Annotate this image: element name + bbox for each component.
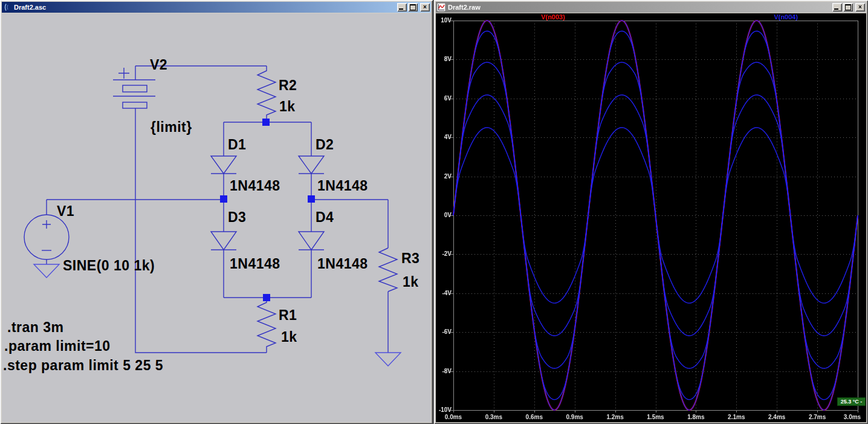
label-r2-value[interactable]: 1k [279,99,296,115]
y-tick-label: 4V [436,134,452,140]
label-d4-model[interactable]: 1N4148 [317,256,368,272]
close-icon: × [858,4,862,11]
x-tick-label: 2.1ms [724,414,749,420]
label-r3-value[interactable]: 1k [403,274,419,290]
label-v2[interactable]: V2 [150,57,167,73]
maximize-icon [845,4,851,10]
x-tick-label: 0.0ms [441,414,466,420]
label-d2-model[interactable]: 1N4148 [317,178,368,194]
spice-directive-param[interactable]: .param limit=10 [4,338,111,354]
waveform-canvas[interactable] [436,13,866,422]
y-tick-label: 10V [436,17,452,24]
waveform-pane: V(n003) V(n004) 10V8V6V4V2V0V-2V-4V-6V-8… [436,13,866,422]
x-tick-label: 0.3ms [481,414,507,420]
x-tick-label: 1.2ms [603,414,628,420]
temperature-overlay-badge: 25.3 °C - [837,397,866,406]
y-tick-label: -10V [436,406,452,413]
x-tick-label: 0.6ms [522,414,547,420]
minimize-button[interactable] [832,3,842,11]
window-title: Draft2.raw [448,4,831,11]
label-d3[interactable]: D3 [228,209,246,226]
y-tick-label: -8V [436,368,452,374]
close-button[interactable]: × [420,3,430,11]
window-waveform: Draft2.raw × V(n003) V(n004) 10V8V6V4V2V… [434,0,868,424]
label-d1-model[interactable]: 1N4148 [230,178,280,194]
minimize-button[interactable] [397,3,407,11]
spice-directive-step[interactable]: .step param limit 5 25 5 [3,357,163,374]
maximize-button[interactable] [843,3,853,11]
label-d2[interactable]: D2 [316,137,334,153]
waveform-titlebar[interactable]: Draft2.raw × [436,2,866,13]
close-button[interactable]: × [855,3,865,11]
spice-directive-tran[interactable]: .tran 3m [7,319,63,336]
label-d1[interactable]: D1 [228,137,246,153]
y-tick-label: 0V [436,212,452,218]
label-r1[interactable]: R1 [279,307,297,324]
label-v2-value[interactable]: {limit} [151,119,192,135]
label-d3-model[interactable]: 1N4148 [230,256,280,272]
schematic-app-icon [3,3,11,11]
maximize-icon [410,4,416,10]
ltspice-desktop: { "left_window": { "title": "Draft2.asc"… [0,0,868,424]
schematic-titlebar[interactable]: Draft2.asc × [2,2,431,13]
y-tick-label: 2V [436,173,452,180]
x-tick-label: 0.9ms [562,414,588,420]
legend-vn004[interactable]: V(n004) [753,13,819,21]
x-tick-label: 3.0ms [840,414,865,420]
label-v1-value[interactable]: SINE(0 10 1k) [63,258,155,274]
y-tick-label: 6V [436,95,452,102]
close-icon: × [423,4,427,11]
y-tick-label: -6V [436,328,452,335]
label-d4[interactable]: D4 [316,209,334,226]
minimize-icon [834,8,838,10]
maximize-button[interactable] [408,3,418,11]
window-schematic: Draft2.asc × [0,0,433,424]
x-tick-label: 1.5ms [643,414,669,420]
waveform-app-icon [437,3,445,11]
label-r1-value[interactable]: 1k [281,329,297,345]
schematic-labels: V2 {limit} R2 1k D1 1N4148 D2 1N4148 D3 … [2,13,431,422]
y-tick-label: -4V [436,290,452,296]
schematic-canvas-area[interactable]: V2 {limit} R2 1k D1 1N4148 D2 1N4148 D3 … [2,13,431,422]
y-tick-label: 8V [436,56,452,62]
legend-vn003[interactable]: V(n003) [520,13,586,21]
x-tick-label: 1.8ms [683,414,708,420]
label-r2[interactable]: R2 [279,77,297,94]
y-tick-label: -2V [436,250,452,257]
x-tick-label: 2.4ms [764,414,789,420]
x-tick-label: 2.7ms [805,414,830,420]
window-title: Draft2.asc [14,4,396,11]
minimize-icon [399,8,403,10]
label-r3[interactable]: R3 [401,250,419,267]
label-v1[interactable]: V1 [57,203,74,220]
